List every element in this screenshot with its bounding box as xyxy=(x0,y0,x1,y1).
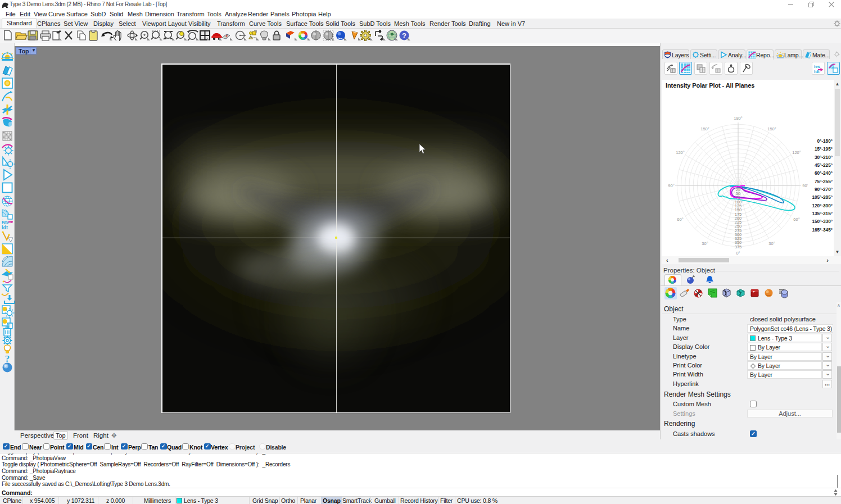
svg-text:30°: 30° xyxy=(702,241,708,246)
svg-text:150°: 150° xyxy=(700,126,709,131)
svg-text:?: ? xyxy=(402,31,406,40)
svg-text:120°: 120° xyxy=(676,150,685,155)
svg-text:120°: 120° xyxy=(792,150,801,155)
svg-text:375: 375 xyxy=(735,244,742,249)
svg-text:ldt: ldt xyxy=(2,225,8,230)
svg-text:90°: 90° xyxy=(668,183,674,188)
svg-text:60°: 60° xyxy=(793,217,799,222)
svg-text:30°: 30° xyxy=(768,241,775,246)
svg-text:ies: ies xyxy=(814,64,821,69)
svg-text:ies: ies xyxy=(2,219,9,225)
svg-text:150°: 150° xyxy=(767,126,776,131)
svg-text:180°: 180° xyxy=(734,116,743,121)
svg-text:60°: 60° xyxy=(677,217,683,222)
svg-text:0°: 0° xyxy=(736,251,740,256)
svg-text:?: ? xyxy=(5,353,10,364)
